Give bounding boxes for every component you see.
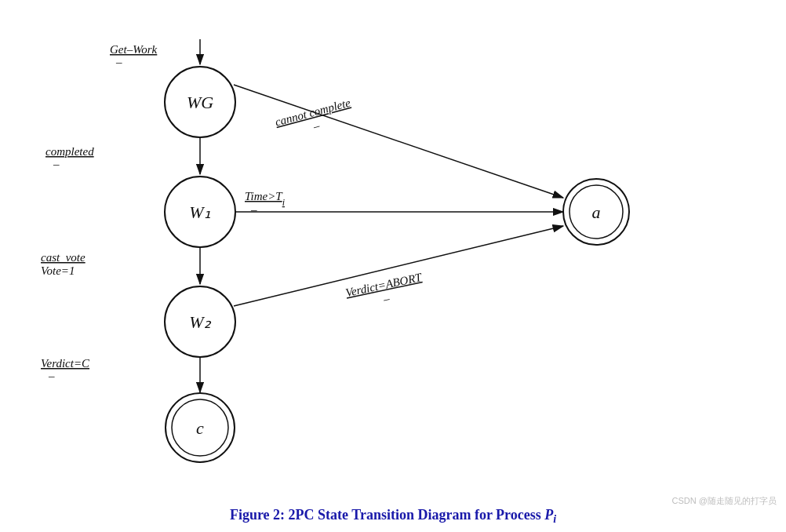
caption-text: Figure 2: 2PC State Transition Diagram f… <box>230 507 541 523</box>
node-W2-label: W₂ <box>189 312 211 332</box>
edge-w2-to-a <box>234 226 563 306</box>
label-verdict-c: Verdict=C <box>41 357 90 370</box>
state-diagram: Get–Work – WG completed – W₁ cast_vote V… <box>0 0 786 486</box>
node-a-label: a <box>592 202 601 222</box>
sublabel-completed: – <box>53 158 60 170</box>
svg-text:–: – <box>381 292 391 306</box>
sublabel-time-ti: – <box>250 203 257 216</box>
caption-subscript: i <box>553 513 556 525</box>
node-c-label: c <box>196 418 204 438</box>
sublabel-verdict-c: – <box>48 370 55 382</box>
svg-text:–: – <box>311 119 322 133</box>
edge-wg-to-a <box>234 85 563 198</box>
caption-subscript-p: P <box>541 507 554 523</box>
watermark: CSDN @随走随见的打字员 <box>672 495 777 507</box>
label-verdict-abort: Verdict=ABORT – <box>344 271 427 313</box>
sublabel-get-work: – <box>115 56 122 68</box>
sublabel-vote: Vote=1 <box>41 264 75 277</box>
label-cast-vote: cast_vote <box>41 251 86 264</box>
label-completed: completed <box>45 145 94 158</box>
diagram-container: Get–Work – WG completed – W₁ cast_vote V… <box>0 0 786 486</box>
node-WG-label: WG <box>187 93 213 112</box>
node-W1-label: W₁ <box>189 202 210 222</box>
label-get-work: Get–Work <box>110 43 158 56</box>
figure-caption: Figure 2: 2PC State Transition Diagram f… <box>0 507 786 526</box>
